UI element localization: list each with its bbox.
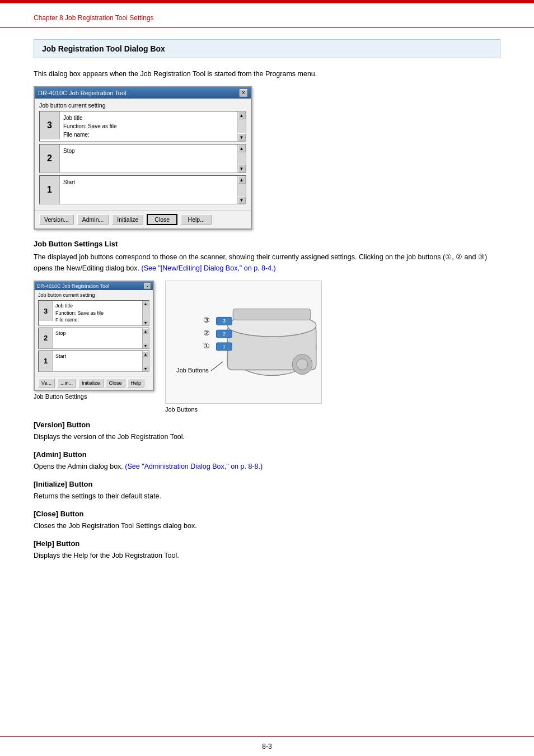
scroll-up-1[interactable]: ▲ <box>238 176 246 184</box>
row2-line1: Stop <box>63 147 233 155</box>
small-dialog-footer: Ve... ...in... Initialize Close Help <box>35 376 153 390</box>
svg-line-16 <box>211 362 223 371</box>
dialog-content-2: Stop <box>60 144 237 172</box>
small-scrollbar-2: ▲ ▼ <box>142 328 149 348</box>
small-initialize-btn[interactable]: Initialize <box>78 379 104 388</box>
small-scroll-down-2[interactable]: ▼ <box>143 343 148 348</box>
dialog-row-1[interactable]: 1 Start ▲ ▼ <box>39 175 246 204</box>
dialog-close-button[interactable]: × <box>240 89 247 97</box>
small-dialog-body: Job button current setting 3 Job title F… <box>35 290 153 376</box>
small-content-1: Start <box>53 351 142 371</box>
small-num-1: 1 <box>39 351 53 371</box>
admin-body-text: Opens the Admin dialog box. <box>34 463 123 470</box>
small-row3-l1: Job title <box>55 302 140 310</box>
small-scroll-up-1[interactable]: ▲ <box>143 351 148 357</box>
svg-text:③: ③ <box>203 316 210 324</box>
small-row1-l1: Start <box>55 353 140 360</box>
page-container: Chapter 8 Job Registration Tool Settings… <box>0 0 534 756</box>
version-button[interactable]: Version... <box>39 214 74 225</box>
dialog-scrollbar-2: ▲ ▼ <box>237 144 246 172</box>
help-section: [Help] Button Displays the Help for the … <box>34 539 500 561</box>
small-row-3[interactable]: 3 Job title Function: Save as file File … <box>38 300 149 326</box>
small-row-1[interactable]: 1 Start ▲ ▼ <box>38 351 149 372</box>
small-dialog-title: DR-4010C Job Registration Tool <box>37 283 109 289</box>
admin-section: [Admin] Button Opens the Admin dialog bo… <box>34 450 500 472</box>
svg-text:①: ① <box>203 342 210 350</box>
job-button-link[interactable]: (See "[New/Editing] Dialog Box," on p. 8… <box>142 264 276 272</box>
initialize-section: [Initialize] Button Returns the settings… <box>34 480 500 502</box>
initialize-button[interactable]: Initialize <box>112 214 143 225</box>
admin-link[interactable]: (See "Administration Dialog Box," on p. … <box>125 463 263 470</box>
dialog-row-2[interactable]: 2 Stop ▲ ▼ <box>39 144 246 173</box>
svg-text:Job Buttons: Job Buttons <box>176 367 209 374</box>
row3-line3: File name: <box>63 130 233 139</box>
small-row3-l3: File name: <box>55 316 140 324</box>
dialog-num-1: 1 <box>40 176 60 204</box>
scroll-down-1[interactable]: ▼ <box>238 196 246 204</box>
help-section-title: [Help] Button <box>34 539 500 548</box>
dialog-row-3[interactable]: 3 Job title Function: Save as file File … <box>39 111 246 142</box>
section-main-title: Job Registration Tool Dialog Box <box>42 44 165 53</box>
version-section-body: Displays the version of the Job Registra… <box>34 431 500 442</box>
small-row-2[interactable]: 2 Stop ▲ ▼ <box>38 328 149 349</box>
small-help-btn[interactable]: Help <box>128 379 145 388</box>
small-scroll-down-3[interactable]: ▼ <box>143 320 148 325</box>
help-button[interactable]: Help... <box>181 214 212 225</box>
chapter-header: Chapter 8 Job Registration Tool Settings <box>0 3 534 28</box>
small-scroll-up-2[interactable]: ▲ <box>143 328 148 334</box>
small-dialog-close[interactable]: × <box>144 283 151 289</box>
small-admin-btn[interactable]: ...in... <box>57 379 76 388</box>
row1-line1: Start <box>63 178 233 186</box>
close-section-title: [Close] Button <box>34 510 500 518</box>
dialog-scrollbar-3: ▲ ▼ <box>237 111 246 141</box>
chapter-title: Chapter 8 Job Registration Tool Settings <box>34 14 154 22</box>
small-num-3: 3 <box>39 301 53 321</box>
main-dialog: DR-4010C Job Registration Tool × Job but… <box>34 86 252 230</box>
dialog-scrollbar-1: ▲ ▼ <box>237 176 246 204</box>
close-button[interactable]: Close <box>147 214 177 225</box>
admin-button[interactable]: Admin... <box>77 214 109 225</box>
small-content-2: Stop <box>53 328 142 348</box>
intro-text: This dialog box appears when the Job Reg… <box>34 68 500 80</box>
dialog-body: Job button current setting 3 Job title F… <box>35 99 251 210</box>
small-row2-l1: Stop <box>55 330 140 337</box>
scroll-up-3[interactable]: ▲ <box>238 111 246 119</box>
scroll-down-2[interactable]: ▼ <box>238 165 246 172</box>
small-scrollbar-3: ▲ ▼ <box>142 301 149 325</box>
small-close-btn[interactable]: Close <box>106 379 125 388</box>
svg-text:1: 1 <box>223 344 226 349</box>
small-version-btn[interactable]: Ve... <box>38 379 55 388</box>
scroll-down-3[interactable]: ▼ <box>238 133 246 141</box>
svg-text:②: ② <box>203 329 210 337</box>
small-dialog-label: Job button current setting <box>38 292 149 298</box>
svg-text:2: 2 <box>223 331 226 337</box>
dialog-body-label: Job button current setting <box>39 102 246 109</box>
scanner-illustration: 3 ③ 2 ② 1 ① <box>165 281 322 404</box>
small-num-2: 2 <box>39 328 53 348</box>
dialog-num-2: 2 <box>40 144 60 172</box>
left-caption: Job Button Settings <box>34 393 154 400</box>
small-content-3: Job title Function: Save as file File na… <box>53 301 142 325</box>
svg-text:3: 3 <box>223 318 226 324</box>
scroll-up-2[interactable]: ▲ <box>238 144 246 152</box>
small-scroll-up-3[interactable]: ▲ <box>143 301 148 306</box>
close-section-body: Closes the Job Registration Tool Setting… <box>34 520 500 531</box>
dialog-titlebar: DR-4010C Job Registration Tool × <box>35 87 251 99</box>
dialog-content-1: Start <box>60 176 237 204</box>
svg-point-14 <box>297 359 308 370</box>
content-area: Job Registration Tool Dialog Box This di… <box>0 28 534 591</box>
row3-line2: Function: Save as file <box>63 122 233 130</box>
small-dialog: DR-4010C Job Registration Tool × Job but… <box>34 281 154 391</box>
small-scroll-down-1[interactable]: ▼ <box>143 366 148 371</box>
two-col-layout: DR-4010C Job Registration Tool × Job but… <box>34 281 500 413</box>
col-left: DR-4010C Job Registration Tool × Job but… <box>34 281 154 400</box>
initialize-section-body: Returns the settings to their default st… <box>34 491 500 502</box>
col-right: 3 ③ 2 ② 1 ① <box>165 281 500 413</box>
small-scrollbar-1: ▲ ▼ <box>142 351 149 371</box>
bottom-bar: 8-3 <box>0 736 534 756</box>
version-section: [Version] Button Displays the version of… <box>34 421 500 442</box>
dialog-footer: Version... Admin... Initialize Close Hel… <box>35 210 251 228</box>
help-section-body: Displays the Help for the Job Registrati… <box>34 550 500 561</box>
svg-rect-3 <box>233 309 311 320</box>
close-section: [Close] Button Closes the Job Registrati… <box>34 510 500 531</box>
